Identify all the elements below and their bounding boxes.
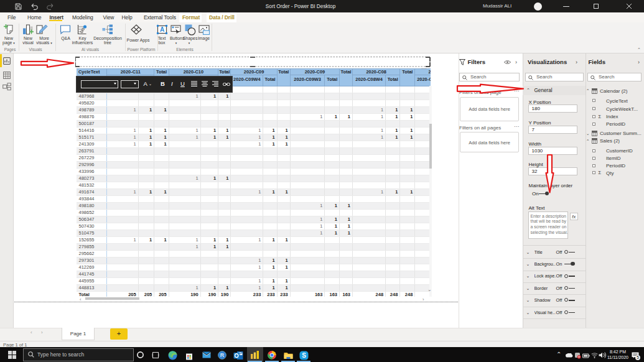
svg-text:R: R [220,352,225,358]
svg-text:S: S [302,352,306,359]
svg-text:A: A [159,26,164,33]
